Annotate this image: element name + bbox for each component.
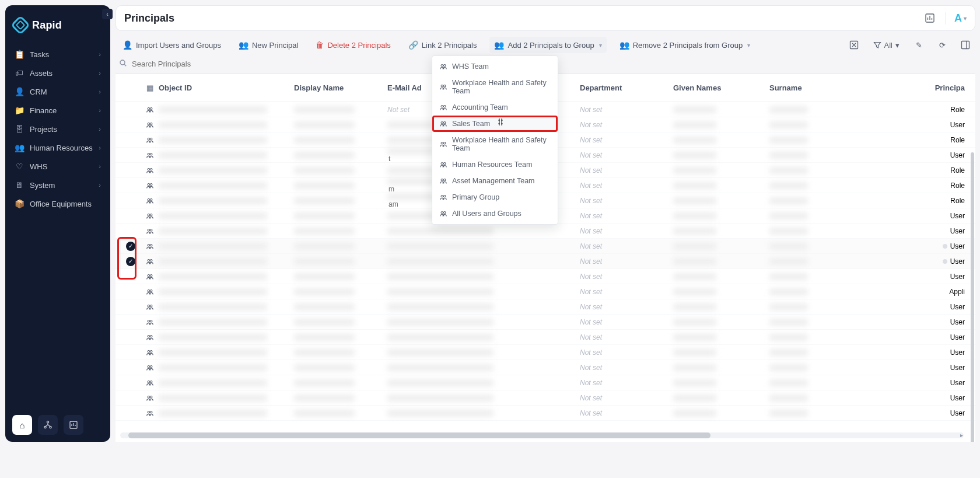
- group-option-accounting-team[interactable]: Accounting Team: [432, 99, 558, 116]
- horizontal-scrollbar[interactable]: ◂ ▸: [120, 432, 964, 439]
- sidebar-item-assets[interactable]: 🏷Assets›: [9, 64, 107, 82]
- group-option-all-users-and-groups[interactable]: All Users and Groups: [432, 205, 558, 222]
- new-principal-button[interactable]: 👥New Principal: [234, 37, 303, 53]
- table-row[interactable]: Not setUser: [116, 345, 975, 360]
- header-chart-icon[interactable]: [922, 11, 937, 26]
- table-row[interactable]: ✓Not setUser: [116, 254, 975, 269]
- nav-label: Projects: [30, 125, 57, 134]
- redacted: [673, 334, 716, 341]
- principal-type-value: User: [866, 409, 975, 417]
- table-row[interactable]: Not setUser: [116, 406, 975, 421]
- col-given-names[interactable]: Given Names: [673, 83, 769, 92]
- svg-point-37: [150, 320, 152, 322]
- redacted: [769, 167, 808, 174]
- redacted: [769, 197, 808, 204]
- sidebar-item-crm[interactable]: 👤CRM›: [9, 82, 107, 101]
- col-principal-type[interactable]: Principa: [866, 83, 975, 92]
- redacted: [159, 197, 267, 204]
- redacted: [769, 182, 808, 189]
- group-option-human-resources-team[interactable]: Human Resources Team: [432, 156, 558, 173]
- group-option-whs-team[interactable]: WHS Team: [432, 58, 558, 75]
- chevron-right-icon: ›: [99, 69, 101, 76]
- link-principals-button[interactable]: 🔗Link 2 Principals: [404, 37, 482, 53]
- col-display-name[interactable]: Display Name: [294, 83, 387, 92]
- col-surname[interactable]: Surname: [769, 83, 866, 92]
- svg-point-51: [443, 65, 446, 67]
- redacted: [387, 334, 494, 341]
- table-row[interactable]: Not setUser: [116, 330, 975, 345]
- redacted: [387, 395, 494, 402]
- svg-point-9: [150, 107, 152, 110]
- sidebar-nav: 📋Tasks›🏷Assets›👤CRM›📁Finance›🗄Projects›👥…: [5, 43, 110, 408]
- row-type-icon: [141, 364, 159, 372]
- svg-point-59: [443, 142, 446, 145]
- add-to-group-button[interactable]: 👥Add 2 Principals to Group▾: [489, 37, 606, 53]
- group-option-primary-group[interactable]: Primary Group: [432, 189, 558, 205]
- import-icon: 👤: [123, 40, 132, 50]
- row-type-icon: [141, 409, 159, 417]
- principal-type-value: Role: [866, 166, 975, 175]
- table-row[interactable]: ✓Not setUser: [116, 239, 975, 254]
- svg-point-33: [150, 289, 152, 292]
- table-row[interactable]: Not setAppli: [116, 284, 975, 299]
- col-object-id[interactable]: Object ID: [159, 83, 294, 92]
- redacted: [673, 137, 716, 144]
- sidebar-collapse-button[interactable]: ‹: [102, 9, 113, 19]
- svg-point-38: [148, 335, 150, 337]
- export-excel-button[interactable]: [846, 37, 862, 53]
- redacted: [294, 137, 355, 144]
- table-row[interactable]: Not setUser: [116, 299, 975, 315]
- redacted: [294, 379, 355, 386]
- sidebar-item-system[interactable]: 🖥System›: [9, 176, 107, 194]
- table-row[interactable]: Not setUser: [116, 390, 975, 406]
- sidebar-item-whs[interactable]: ♡WHS›: [9, 157, 107, 176]
- not-set-label: Not set: [580, 394, 602, 402]
- refresh-button[interactable]: ⟳: [935, 37, 950, 53]
- chevron-right-icon: ›: [99, 107, 101, 114]
- table-row[interactable]: Not setUser: [116, 360, 975, 375]
- table-row[interactable]: Not setUser: [116, 269, 975, 284]
- sidebar-item-office-equipments[interactable]: 📦Office Equipments: [9, 194, 107, 213]
- chevron-right-icon: ›: [99, 144, 101, 151]
- svg-point-22: [148, 214, 150, 216]
- svg-point-63: [443, 179, 446, 182]
- chart-tool-button[interactable]: [64, 415, 83, 435]
- sitemap-tool-button[interactable]: [38, 415, 58, 435]
- chevron-down-icon: ▾: [747, 42, 750, 48]
- chevron-right-icon: ›: [99, 88, 101, 95]
- nav-label: Office Equipments: [30, 200, 92, 208]
- edit-button[interactable]: ✎: [911, 37, 926, 53]
- nav-label: System: [30, 181, 55, 190]
- brand: Rapid: [5, 5, 110, 43]
- delete-principals-button[interactable]: 🗑Delete 2 Principals: [311, 37, 395, 53]
- svg-point-7: [120, 60, 125, 65]
- svg-point-61: [443, 163, 446, 165]
- sidebar-item-projects[interactable]: 🗄Projects›: [9, 120, 107, 138]
- sidebar-item-finance[interactable]: 📁Finance›: [9, 101, 107, 120]
- table-row[interactable]: Not setUser: [116, 315, 975, 330]
- filter-all-button[interactable]: All▾: [870, 39, 903, 52]
- home-tool-button[interactable]: ⌂: [12, 415, 32, 435]
- vertical-scrollbar[interactable]: [971, 152, 974, 442]
- redacted: [387, 273, 494, 280]
- group-option-workplace-health-and-safety-team[interactable]: Workplace Health and Safety Team: [432, 75, 558, 99]
- table-row[interactable]: Not setUser: [116, 224, 975, 239]
- group-option-label: Sales Team: [452, 120, 490, 128]
- remove-from-group-button[interactable]: 👥Remove 2 Principals from Group▾: [615, 37, 755, 53]
- redacted: [387, 319, 494, 326]
- group-option-workplace-health-and-safety-team[interactable]: Workplace Health and Safety Team: [432, 132, 558, 156]
- tenant-switcher[interactable]: A▾: [954, 12, 967, 25]
- group-option-sales-team[interactable]: Sales Team: [432, 116, 558, 132]
- link-icon: 🔗: [408, 40, 418, 50]
- redacted: [159, 167, 267, 174]
- layout-button[interactable]: [958, 37, 973, 53]
- redacted: [387, 410, 494, 417]
- table-row[interactable]: Not setUser: [116, 375, 975, 390]
- group-option-asset-management-team[interactable]: Asset Management Team: [432, 173, 558, 189]
- sidebar-item-tasks[interactable]: 📋Tasks›: [9, 45, 107, 64]
- redacted: [673, 303, 716, 310]
- sidebar-item-human-resources[interactable]: 👥Human Resources›: [9, 138, 107, 157]
- col-department[interactable]: Department: [580, 83, 673, 92]
- redacted: [673, 288, 716, 295]
- import-button[interactable]: 👤Import Users and Groups: [118, 37, 226, 53]
